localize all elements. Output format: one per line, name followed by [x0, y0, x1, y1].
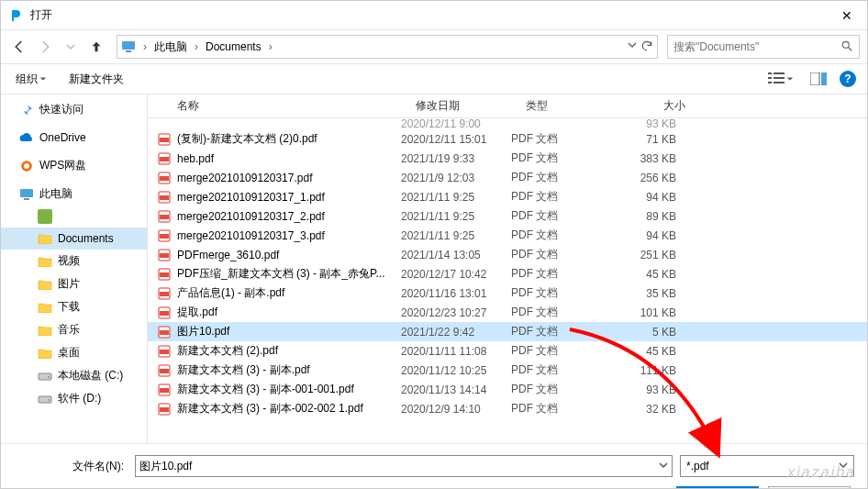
- sidebar-item[interactable]: 此电脑: [1, 183, 147, 206]
- col-type[interactable]: 类型: [520, 98, 621, 114]
- sidebar-item[interactable]: [1, 206, 147, 228]
- file-type: PDF 文档: [511, 343, 612, 359]
- svg-rect-37: [160, 292, 169, 296]
- crumb-pc[interactable]: 此电脑: [150, 38, 191, 57]
- file-type: PDF 文档: [511, 150, 612, 166]
- recent-dropdown[interactable]: [60, 36, 82, 58]
- organize-menu[interactable]: 组织: [12, 70, 50, 89]
- app-icon: [8, 8, 23, 23]
- svg-rect-47: [160, 388, 169, 393]
- folder-icon: [38, 277, 52, 292]
- back-button[interactable]: [8, 36, 30, 58]
- crumb-documents[interactable]: Documents: [202, 39, 265, 55]
- filename-combo[interactable]: [135, 455, 673, 477]
- svg-rect-29: [160, 215, 169, 219]
- sidebar-item[interactable]: OneDrive: [1, 127, 147, 149]
- file-date: 2020/11/11 11:08: [401, 345, 511, 358]
- sidebar-label: 音乐: [58, 322, 80, 338]
- svg-rect-23: [160, 157, 169, 161]
- file-row[interactable]: 提取.pdf2020/12/23 10:27PDF 文档101 KB: [148, 303, 867, 322]
- sidebar-item[interactable]: 软件 (D:): [1, 387, 147, 410]
- file-row[interactable]: 新建文本文档 (3) - 副本-001-001.pdf2020/11/13 14…: [148, 380, 867, 399]
- file-type: PDF 文档: [511, 305, 612, 320]
- file-row[interactable]: merge20210109120317.pdf2021/1/9 12:03PDF…: [148, 168, 867, 187]
- filter-combo[interactable]: *.pdf: [680, 455, 854, 477]
- close-button[interactable]: ✕: [834, 5, 860, 27]
- file-name: 新建文本文档 (3) - 副本-001-001.pdf: [177, 382, 401, 397]
- sidebar-label: 桌面: [58, 345, 80, 361]
- pdf-icon: [157, 209, 172, 224]
- file-name: 提取.pdf: [177, 305, 401, 320]
- preview-pane-button[interactable]: [807, 71, 830, 87]
- sidebar-item[interactable]: 音乐: [1, 318, 147, 341]
- file-size: 71 KB: [612, 133, 695, 146]
- search-icon[interactable]: [840, 39, 853, 55]
- file-row[interactable]: merge20210109120317_1.pdf2021/1/11 9:25P…: [148, 187, 867, 206]
- sidebar-item[interactable]: 本地磁盘 (C:): [1, 364, 147, 387]
- pdf-icon: [157, 383, 172, 397]
- file-date: 2021/1/11 9:25: [401, 210, 511, 223]
- file-row[interactable]: 新建文本文档 (2).pdf2020/11/11 11:08PDF 文档45 K…: [148, 341, 867, 361]
- file-type: PDF 文档: [511, 266, 612, 282]
- col-size[interactable]: 大小: [621, 98, 704, 114]
- file-row[interactable]: 图片10.pdf2021/1/22 9:42PDF 文档5 KB: [148, 322, 867, 341]
- sidebar-item[interactable]: Documents: [1, 228, 147, 250]
- file-type: PDF 文档: [511, 285, 612, 301]
- address-dropdown-icon[interactable]: [628, 39, 637, 55]
- file-name: 产品信息(1) - 副本.pdf: [177, 285, 401, 301]
- sidebar-item[interactable]: 桌面: [1, 341, 147, 364]
- file-date: 2020/12/9 14:10: [401, 403, 511, 416]
- address-bar[interactable]: › 此电脑 › Documents ›: [117, 35, 658, 59]
- svg-rect-0: [122, 41, 135, 50]
- new-folder-button[interactable]: 新建文件夹: [65, 70, 128, 89]
- toolbar: 组织 新建文件夹 ?: [1, 63, 867, 94]
- forward-button[interactable]: [34, 36, 56, 58]
- wps-icon: [19, 159, 34, 173]
- chevron-down-icon[interactable]: [659, 460, 668, 472]
- file-row[interactable]: heb.pdf2021/1/19 9:33PDF 文档383 KB: [148, 149, 867, 168]
- pdf-icon: [157, 228, 172, 243]
- sidebar-label: Documents: [58, 232, 114, 245]
- file-row[interactable]: merge20210109120317_2.pdf2021/1/11 9:25P…: [148, 206, 867, 226]
- sidebar-label: 图片: [58, 276, 80, 292]
- file-row[interactable]: PDFmerge_3610.pdf2021/1/14 13:05PDF 文档25…: [148, 245, 867, 264]
- sidebar-item[interactable]: 视频: [1, 250, 147, 272]
- search-input[interactable]: [673, 40, 840, 53]
- folder-icon: [38, 300, 52, 315]
- svg-rect-33: [160, 253, 169, 258]
- help-button[interactable]: ?: [840, 71, 856, 87]
- main-area: 快速访问OneDriveWPS网盘此电脑Documents视频图片下载音乐桌面本…: [1, 94, 867, 443]
- search-box[interactable]: [667, 35, 860, 59]
- file-row[interactable]: 新建文本文档 (3) - 副本-002-002 1.pdf2020/12/9 1…: [148, 399, 867, 418]
- svg-line-3: [849, 47, 852, 50]
- pdf-icon: [157, 248, 172, 262]
- file-type: PDF 文档: [511, 401, 612, 417]
- nav-bar: › 此电脑 › Documents ›: [1, 30, 867, 63]
- file-row[interactable]: 新建文本文档 (3) - 副本.pdf2020/11/12 10:25PDF 文…: [148, 361, 867, 380]
- view-mode-button[interactable]: [764, 71, 797, 87]
- sidebar-item[interactable]: 图片: [1, 272, 147, 295]
- file-row[interactable]: (复制)-新建文本文档 (2)0.pdf2020/12/11 15:01PDF …: [148, 129, 867, 149]
- file-row[interactable]: 产品信息(1) - 副本.pdf2020/11/16 13:01PDF 文档35…: [148, 283, 867, 303]
- svg-rect-25: [160, 176, 169, 181]
- file-name: merge20210109120317.pdf: [177, 172, 401, 184]
- filename-input[interactable]: [139, 460, 659, 472]
- file-list: 2020/12/11 9:0093 KB(复制)-新建文本文档 (2)0.pdf…: [148, 118, 867, 443]
- sidebar-label: 快速访问: [39, 102, 83, 117]
- file-row[interactable]: merge20210109120317_3.pdf2021/1/11 9:25P…: [148, 226, 867, 245]
- sidebar-item[interactable]: 下载: [1, 295, 147, 318]
- refresh-icon[interactable]: [640, 39, 653, 55]
- svg-rect-16: [39, 373, 51, 380]
- col-date[interactable]: 修改日期: [410, 98, 520, 114]
- chevron-down-icon[interactable]: [839, 460, 848, 472]
- sidebar-label: 软件 (D:): [58, 391, 101, 406]
- svg-point-13: [24, 163, 29, 169]
- file-date: 2020/11/13 14:14: [401, 383, 511, 396]
- folder-icon: [38, 254, 52, 269]
- sidebar-item[interactable]: WPS网盘: [1, 154, 147, 177]
- file-row[interactable]: PDF压缩_新建文本文档 (3) - 副本_赤兔P...2020/12/17 1…: [148, 264, 867, 283]
- up-button[interactable]: [85, 36, 107, 58]
- sidebar-item[interactable]: 快速访问: [1, 98, 147, 121]
- col-name[interactable]: 名称: [172, 98, 410, 114]
- svg-rect-5: [773, 72, 785, 74]
